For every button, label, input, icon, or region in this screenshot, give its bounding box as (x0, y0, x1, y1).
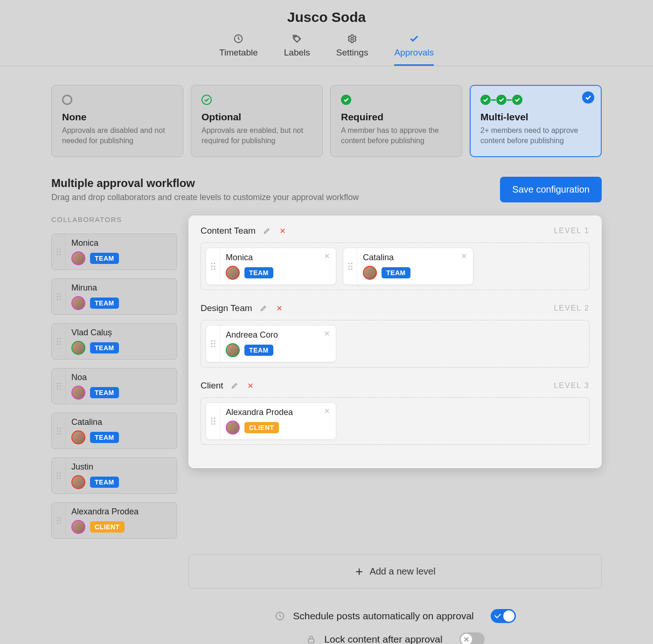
svg-point-29 (56, 430, 58, 432)
drag-handle-icon[interactable] (52, 368, 66, 404)
avatar (71, 251, 85, 265)
svg-point-31 (56, 433, 58, 435)
tab-timetable[interactable]: Timetable (219, 34, 258, 66)
svg-point-60 (214, 343, 215, 345)
toggle-lock-row: Lock content after approval (188, 628, 602, 644)
delete-level-button[interactable] (246, 381, 255, 390)
tab-approvals[interactable]: Approvals (394, 34, 434, 66)
svg-point-32 (59, 433, 61, 435)
collaborator-card[interactable]: CatalinaTEAM (51, 413, 177, 449)
svg-point-35 (56, 475, 58, 477)
level-member-card[interactable]: MonicaTEAM (206, 248, 336, 285)
svg-point-20 (59, 344, 61, 345)
section-title: Multiple approval workflow (51, 177, 359, 190)
drag-handle-icon[interactable] (206, 403, 220, 439)
content: None Approvals are disabled and not need… (0, 66, 653, 644)
svg-point-49 (211, 269, 212, 270)
svg-point-43 (56, 523, 58, 524)
collaborator-card[interactable]: JustinTEAM (51, 457, 177, 494)
delete-level-button[interactable] (278, 226, 287, 235)
drag-handle-icon[interactable] (52, 324, 66, 359)
tag-icon (292, 34, 302, 44)
role-badge: CLIENT (244, 422, 279, 433)
collaborator-card[interactable]: MonicaTEAM (51, 234, 177, 270)
mode-desc: A member has to approve the content befo… (341, 125, 452, 145)
drag-handle-icon[interactable] (52, 413, 66, 449)
level-dropzone[interactable]: Andreea CoroTEAM (201, 320, 590, 367)
svg-point-16 (59, 338, 61, 339)
selected-checkmark-icon (582, 91, 594, 104)
svg-rect-70 (308, 639, 314, 643)
collaborator-card[interactable]: MirunaTEAM (51, 278, 177, 315)
level-member-card[interactable]: Andreea CoroTEAM (206, 325, 336, 362)
svg-point-57 (211, 340, 212, 342)
edit-level-button[interactable] (262, 226, 271, 235)
tab-labels[interactable]: Labels (284, 34, 310, 66)
role-badge: TEAM (382, 267, 410, 278)
svg-point-52 (351, 263, 352, 264)
svg-point-64 (214, 418, 215, 419)
avatar (71, 475, 85, 489)
drag-handle-icon[interactable] (52, 279, 66, 314)
svg-point-33 (56, 472, 58, 474)
remove-member-button[interactable] (323, 329, 331, 338)
collaborator-card[interactable]: Alexandra ProdeaCLIENT (51, 502, 177, 539)
avatar (71, 386, 85, 400)
svg-point-27 (56, 428, 58, 429)
clock-icon (233, 34, 243, 44)
svg-point-40 (59, 517, 61, 519)
tab-settings[interactable]: Settings (336, 34, 368, 66)
svg-point-19 (56, 344, 58, 345)
section-subtitle: Drag and drop collaborators and create l… (51, 193, 359, 202)
mode-title: Required (341, 111, 452, 123)
member-name: Monica (226, 253, 330, 263)
role-badge: TEAM (90, 432, 119, 443)
svg-point-28 (59, 428, 61, 429)
collaborator-name: Catalina (71, 417, 119, 427)
delete-level-button[interactable] (275, 304, 284, 313)
collaborator-card[interactable]: Vlad CalușTEAM (51, 323, 177, 360)
svg-point-54 (351, 266, 352, 267)
approval-level: Design TeamLEVEL 2Andreea CoroTEAM (201, 303, 590, 367)
drag-handle-icon[interactable] (343, 248, 357, 284)
drag-handle-icon[interactable] (52, 503, 66, 538)
level-member-card[interactable]: Alexandra ProdeaCLIENT (206, 402, 336, 440)
collaborators-column: COLLABORATORS MonicaTEAMMirunaTEAMVlad C… (51, 215, 177, 547)
mode-optional[interactable]: Optional Approvals are enabled, but not … (191, 85, 323, 157)
member-name: Catalina (363, 253, 467, 263)
collaborator-name: Alexandra Prodea (71, 507, 139, 517)
mode-title: Optional (201, 111, 312, 123)
drag-handle-icon[interactable] (52, 458, 66, 493)
drag-handle-icon[interactable] (206, 248, 220, 284)
edit-level-button[interactable] (259, 304, 268, 313)
drag-handle-icon[interactable] (52, 234, 66, 270)
toggle-lock-switch[interactable] (459, 632, 485, 644)
toggle-schedule-switch[interactable] (491, 609, 516, 623)
level-member-card[interactable]: CatalinaTEAM (343, 248, 473, 285)
remove-member-button[interactable] (323, 252, 331, 260)
add-level-button[interactable]: Add a new level (188, 554, 602, 589)
collaborator-card[interactable]: NoaTEAM (51, 368, 177, 404)
level-dropzone[interactable]: MonicaTEAMCatalinaTEAM (201, 242, 590, 290)
svg-point-47 (211, 266, 212, 267)
gear-icon (347, 34, 357, 44)
mode-multi-level[interactable]: Multi-level 2+ members need to approve c… (470, 85, 602, 157)
svg-point-44 (59, 523, 61, 524)
svg-point-61 (211, 346, 212, 347)
remove-member-button[interactable] (460, 252, 468, 260)
mode-required[interactable]: Required A member has to approve the con… (330, 85, 462, 157)
toggle-label: Lock content after approval (324, 634, 442, 644)
save-configuration-button[interactable]: Save configuration (500, 177, 602, 202)
mode-desc: 2+ members need to approve content befor… (480, 125, 591, 145)
tab-label: Approvals (394, 48, 434, 58)
edit-level-button[interactable] (230, 381, 239, 390)
remove-member-button[interactable] (323, 407, 331, 415)
mode-none[interactable]: None Approvals are disabled and not need… (51, 85, 183, 157)
level-dropzone[interactable]: Alexandra ProdeaCLIENT (201, 397, 590, 445)
svg-point-1 (294, 36, 296, 37)
drag-handle-icon[interactable] (206, 325, 220, 362)
level-tag: LEVEL 2 (554, 304, 590, 312)
role-badge: TEAM (90, 477, 119, 488)
svg-point-5 (56, 251, 58, 253)
approval-level: Content TeamLEVEL 1MonicaTEAMCatalinaTEA… (201, 226, 590, 290)
